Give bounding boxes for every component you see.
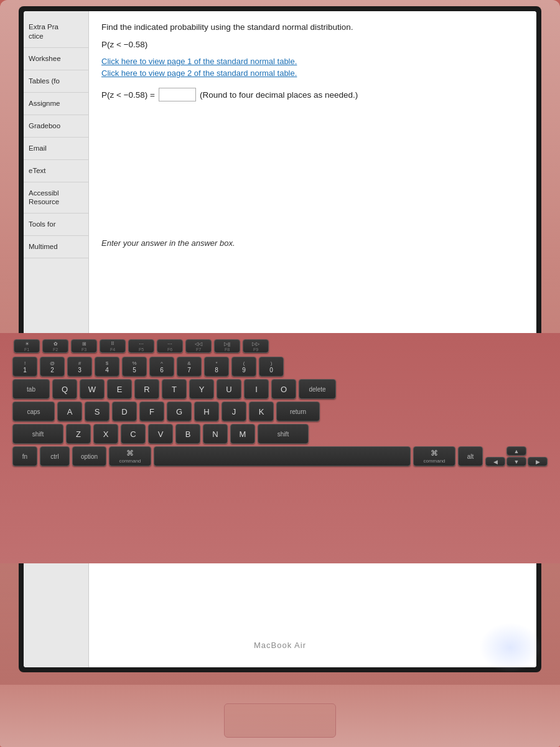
key-left-shift[interactable]: shift [12,424,63,444]
key-9[interactable]: ( 9 [231,357,256,377]
fn-key-f8[interactable]: ▷|| F8 [214,339,240,353]
key-ctrl[interactable]: ctrl [40,446,70,466]
key-s[interactable]: S [85,402,110,421]
asdf-row: caps A S D F G H J K return [12,402,548,421]
key-4[interactable]: $ 4 [95,357,119,377]
f9-label: F9 [253,347,258,352]
key-c[interactable]: C [121,424,146,444]
key-arrow-down[interactable]: ▼ [506,457,526,466]
key-i[interactable]: I [244,379,269,399]
key-space[interactable] [154,446,411,466]
key-arrow-right[interactable]: ▶ [528,457,548,466]
key-o[interactable]: O [271,379,296,399]
zxcv-row: shift Z X C V B N M shift [12,424,548,444]
fn-key-f9[interactable]: ▷▷ F9 [243,339,269,353]
key-right-cmd[interactable]: ⌘ command [413,446,455,466]
key-h[interactable]: H [194,402,219,421]
key-m[interactable]: M [230,424,255,444]
key-2-bot: 2 [50,367,54,374]
key-z[interactable]: Z [66,424,91,444]
key-d[interactable]: D [112,402,137,421]
key-g[interactable]: G [167,402,192,421]
key-left-cmd[interactable]: ⌘ command [109,446,151,466]
key-option[interactable]: option [72,446,106,466]
key-t[interactable]: T [162,379,187,399]
sidebar-item-tables[interactable]: Tables (fo [24,70,88,93]
fn-key-f4[interactable]: ⠿ F4 [100,339,126,353]
key-x[interactable]: X [93,424,118,444]
f1-icon: ☀ [25,341,29,347]
sidebar-item-multimedia[interactable]: Multimed [24,236,88,258]
bottom-row: fn ctrl option ⌘ command ⌘ command alt ▲… [12,446,548,466]
key-e[interactable]: E [107,379,132,399]
f4-label: F4 [110,347,115,352]
key-caps-lock[interactable]: caps [12,402,55,421]
question-text: Find the indicated probability using the… [101,21,524,34]
key-right-shift[interactable]: shift [258,424,309,444]
f2-label: F2 [53,347,58,352]
key-f[interactable]: F [139,402,164,421]
answer-label: P(z < −0.58) = [101,90,155,100]
key-delete[interactable]: delete [299,379,336,399]
f7-label: F7 [196,347,201,352]
key-b[interactable]: B [175,424,200,444]
key-arrow-left[interactable]: ◀ [485,457,505,466]
key-6[interactable]: ^ 6 [149,357,174,377]
num-row: ! 1 @ 2 # 3 $ 4 % 5 ^ 6 & 7 * 8 [12,357,548,377]
key-fn[interactable]: fn [12,446,37,466]
f5-icon: ⋯ [139,341,144,347]
key-y[interactable]: Y [189,379,214,399]
probability-label: P(z < −0.58) [101,40,524,49]
sidebar-item-extra-prac[interactable]: Extra Practice [24,16,88,48]
sidebar-item-worksheet[interactable]: Workshee [24,48,88,70]
normal-table-link-1[interactable]: Click here to view page 1 of the standar… [101,57,524,66]
sidebar-item-accessible[interactable]: AccessiblResource [24,182,88,214]
sidebar-item-assignments[interactable]: Assignme [24,93,88,115]
key-return[interactable]: return [276,402,320,421]
sidebar-item-email[interactable]: Email [24,138,88,160]
key-j[interactable]: J [222,402,246,421]
sidebar-item-etext[interactable]: eText [24,160,88,182]
key-1-top: ! [24,360,26,366]
key-r[interactable]: R [134,379,159,399]
f1-label: F1 [24,347,29,352]
key-0[interactable]: ) 0 [259,357,284,377]
key-1[interactable]: ! 1 [12,357,37,377]
key-v[interactable]: V [148,424,173,444]
fn-key-f1[interactable]: ☀ F1 [14,339,40,353]
normal-table-link-2[interactable]: Click here to view page 2 of the standar… [101,68,524,78]
sidebar-item-gradebook[interactable]: Gradeboo [24,115,88,138]
fn-key-f6[interactable]: ⋯ F6 [157,339,183,353]
answer-input[interactable] [159,88,196,101]
fn-key-f3[interactable]: ⊞ F3 [71,339,97,353]
fn-key-f2[interactable]: ✿ F2 [42,339,68,353]
fn-key-f5[interactable]: ⋯ F5 [128,339,154,353]
key-w[interactable]: W [80,379,105,399]
key-tab[interactable]: tab [12,379,50,399]
f7-icon: ◁◁ [195,341,202,347]
key-7[interactable]: & 7 [177,357,202,377]
key-2[interactable]: @ 2 [40,357,65,377]
key-6-top: ^ [161,360,163,366]
macbook-label-area: MacBook Air [0,639,560,651]
key-5[interactable]: % 5 [122,357,147,377]
key-3-bot: 3 [78,367,82,374]
key-n[interactable]: N [203,424,228,444]
fn-key-f7[interactable]: ◁◁ F7 [185,339,212,353]
sidebar-item-tools[interactable]: Tools for [24,214,88,236]
key-arrow-up[interactable]: ▲ [506,446,526,456]
key-k[interactable]: K [249,402,274,421]
key-5-bot: 5 [133,367,136,374]
key-alt[interactable]: alt [458,446,483,466]
key-u[interactable]: U [217,379,241,399]
arrow-lr-row: ◀ ▼ ▶ [485,457,548,466]
answer-hint: Enter your answer in the answer box. [101,238,524,248]
arrow-spacer [485,446,505,456]
key-3[interactable]: # 3 [67,357,92,377]
key-8[interactable]: * 8 [204,357,229,377]
f3-icon: ⊞ [82,341,86,347]
f8-icon: ▷|| [224,341,230,347]
trackpad[interactable] [224,703,336,738]
key-a[interactable]: A [57,402,82,421]
key-q[interactable]: Q [52,379,77,399]
